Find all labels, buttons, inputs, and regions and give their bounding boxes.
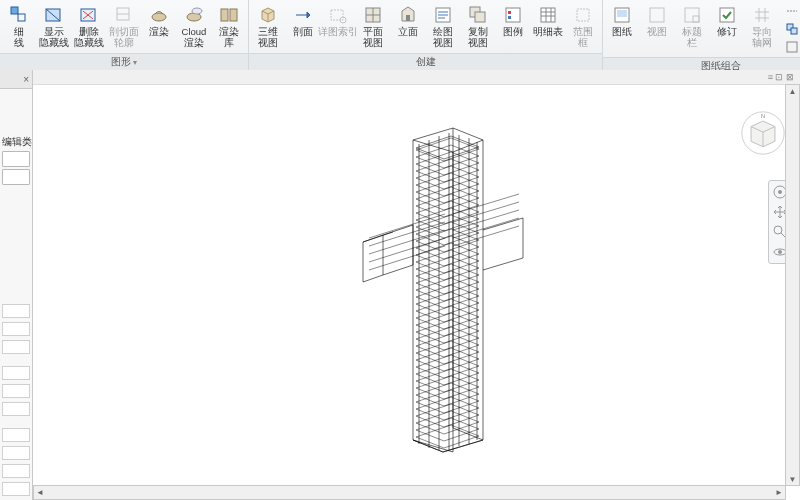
- prop-row[interactable]: [2, 384, 30, 398]
- edit-type-label[interactable]: 编辑类型: [2, 135, 30, 149]
- 3d-view-icon: [257, 4, 279, 26]
- btn-plan-view[interactable]: 平面 视图: [356, 1, 390, 51]
- btn-title-block: 标题 栏: [675, 1, 709, 51]
- render-gallery-icon: [218, 4, 240, 26]
- btn-3d-view[interactable]: 三维 视图: [251, 1, 285, 51]
- btn-render[interactable]: 渲染: [142, 1, 176, 40]
- remove-hidden-icon: [78, 4, 100, 26]
- cloud-render-icon: [183, 4, 205, 26]
- cut-profile-icon: [113, 4, 135, 26]
- btn-duplicate-view[interactable]: 复制 视图: [461, 1, 495, 51]
- btn-render-gallery[interactable]: 渲染 库: [212, 1, 246, 51]
- btn-view-reference[interactable]: 参照: [781, 20, 800, 38]
- btn-elevation[interactable]: 立面: [391, 1, 425, 40]
- btn-legend[interactable]: 图例: [496, 1, 530, 40]
- drafting-view-icon: [432, 4, 454, 26]
- svg-rect-26: [508, 16, 511, 19]
- svg-point-69: [774, 226, 782, 234]
- elevation-icon: [397, 4, 419, 26]
- svg-rect-12: [331, 10, 343, 20]
- scroll-right-icon[interactable]: ►: [773, 487, 785, 499]
- properties-panel: × 编辑类型: [0, 70, 33, 500]
- viewport-icon: [785, 40, 799, 54]
- close-icon[interactable]: ×: [23, 74, 29, 85]
- btn-revisions[interactable]: 修订: [710, 1, 744, 40]
- prop-row[interactable]: [2, 304, 30, 318]
- btn-sheet[interactable]: 图纸: [605, 1, 639, 40]
- prop-row[interactable]: [2, 482, 30, 496]
- prop-row[interactable]: [2, 322, 30, 336]
- panel-graphics: 细 线 显示 隐藏线 删除 隐藏线 剖切面 轮廓 渲染: [0, 0, 249, 70]
- legend-icon: [502, 4, 524, 26]
- prop-input-2[interactable]: [2, 169, 30, 185]
- svg-rect-10: [221, 9, 228, 21]
- prop-row[interactable]: [2, 446, 30, 460]
- btn-thin-lines[interactable]: 细 线: [2, 1, 36, 51]
- svg-rect-17: [406, 15, 410, 21]
- svg-rect-38: [720, 8, 734, 22]
- panel-title-graphics: 图形: [111, 55, 131, 69]
- btn-callout: 详图索引: [321, 1, 355, 40]
- canvas-title-bar: ≡ ⊡ ⊠: [33, 70, 800, 85]
- btn-cut-profile: 剖切面 轮廓: [107, 1, 141, 51]
- prop-input-1[interactable]: [2, 151, 30, 167]
- btn-drafting-view[interactable]: 绘图 视图: [426, 1, 460, 51]
- svg-rect-36: [685, 8, 699, 22]
- prop-row[interactable]: [2, 428, 30, 442]
- title-block-icon: [681, 4, 703, 26]
- svg-rect-27: [541, 8, 555, 22]
- prop-row[interactable]: [2, 366, 30, 380]
- svg-rect-34: [617, 10, 627, 17]
- ribbon: 细 线 显示 隐藏线 删除 隐藏线 剖切面 轮廓 渲染: [0, 0, 800, 71]
- svg-rect-24: [506, 8, 520, 22]
- svg-rect-41: [791, 28, 797, 34]
- plan-view-icon: [362, 4, 384, 26]
- drawing-canvas[interactable]: ≡ ⊡ ⊠: [33, 70, 800, 500]
- duplicate-view-icon: [467, 4, 489, 26]
- svg-rect-42: [787, 42, 797, 52]
- section-icon: [292, 4, 314, 26]
- prop-row[interactable]: [2, 464, 30, 478]
- svg-rect-25: [508, 11, 511, 14]
- panel-create: 三维 视图 剖面 详图索引 平面 视图 立面 绘图: [249, 0, 603, 70]
- prop-row[interactable]: [2, 402, 30, 416]
- svg-point-9: [192, 8, 202, 14]
- workspace: × 编辑类型 ≡ ⊡ ⊠: [0, 70, 800, 500]
- svg-rect-35: [650, 8, 664, 22]
- svg-line-60: [453, 210, 519, 230]
- chevron-down-icon[interactable]: ▾: [133, 58, 137, 67]
- schedule-icon: [537, 4, 559, 26]
- btn-guide-grid: 导向 轴网: [745, 1, 779, 51]
- canvas-controls[interactable]: ≡ ⊡ ⊠: [768, 72, 794, 82]
- svg-rect-0: [11, 7, 18, 14]
- svg-line-63: [369, 246, 445, 270]
- thin-lines-icon: [8, 4, 30, 26]
- revisions-icon: [716, 4, 738, 26]
- svg-point-72: [778, 250, 782, 254]
- svg-point-7: [152, 13, 166, 21]
- svg-line-58: [453, 202, 519, 222]
- svg-line-62: [453, 218, 519, 238]
- scroll-up-icon[interactable]: ▲: [787, 85, 799, 97]
- scrollbar-horizontal[interactable]: ◄►: [33, 485, 786, 500]
- view-cube[interactable]: N: [740, 110, 786, 156]
- matchline-icon: [785, 4, 799, 18]
- scope-box-icon: [572, 4, 594, 26]
- btn-schedules[interactable]: 明细表: [531, 1, 565, 40]
- svg-point-68: [778, 190, 782, 194]
- scroll-left-icon[interactable]: ◄: [34, 487, 46, 499]
- scrollbar-vertical[interactable]: ▲▼: [785, 84, 800, 486]
- panel-sheet: 图纸 视图 标题 栏 修订 导向 轴网: [603, 0, 800, 70]
- scroll-down-icon[interactable]: ▼: [787, 473, 799, 485]
- btn-show-hidden[interactable]: 显示 隐藏线: [37, 1, 71, 51]
- btn-remove-hidden[interactable]: 删除 隐藏线: [72, 1, 106, 51]
- svg-line-61: [369, 238, 445, 262]
- prop-row[interactable]: [2, 340, 30, 354]
- panel-title-create: 创建: [416, 55, 436, 69]
- svg-rect-1: [18, 14, 25, 21]
- svg-rect-37: [693, 16, 699, 22]
- svg-rect-23: [475, 12, 485, 22]
- btn-cloud-render[interactable]: Cloud 渲染: [177, 1, 211, 51]
- btn-section[interactable]: 剖面: [286, 1, 320, 40]
- callout-icon: [327, 4, 349, 26]
